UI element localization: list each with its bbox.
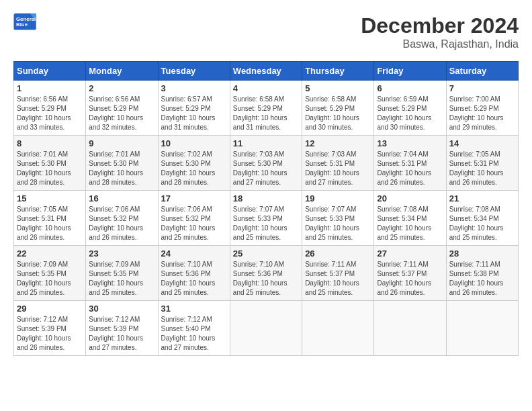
day-number: 7 [449,83,515,93]
day-info: Sunrise: 7:10 AM Sunset: 5:36 PM Dayligh… [233,260,299,298]
day-info: Sunrise: 7:11 AM Sunset: 5:37 PM Dayligh… [305,260,371,298]
day-number: 12 [305,138,371,148]
empty-cell [230,301,302,356]
day-cell-8: 8 Sunrise: 7:01 AM Sunset: 5:30 PM Dayli… [14,136,86,191]
calendar-header-row: SundayMondayTuesdayWednesdayThursdayFrid… [14,62,519,81]
weekday-header-tuesday: Tuesday [158,62,230,81]
day-cell-6: 6 Sunrise: 6:59 AM Sunset: 5:29 PM Dayli… [374,81,446,136]
weekday-header-wednesday: Wednesday [230,62,302,81]
day-cell-31: 31 Sunrise: 7:12 AM Sunset: 5:40 PM Dayl… [158,301,230,356]
day-info: Sunrise: 6:56 AM Sunset: 5:29 PM Dayligh… [89,95,154,132]
day-number: 10 [161,138,227,148]
day-cell-14: 14 Sunrise: 7:05 AM Sunset: 5:31 PM Dayl… [446,136,518,191]
day-info: Sunrise: 7:08 AM Sunset: 5:34 PM Dayligh… [449,205,515,242]
day-info: Sunrise: 7:01 AM Sunset: 5:30 PM Dayligh… [89,150,154,187]
day-cell-3: 3 Sunrise: 6:57 AM Sunset: 5:29 PM Dayli… [158,81,230,136]
day-info: Sunrise: 7:06 AM Sunset: 5:32 PM Dayligh… [161,205,227,242]
day-info: Sunrise: 7:01 AM Sunset: 5:30 PM Dayligh… [17,150,83,187]
day-info: Sunrise: 7:08 AM Sunset: 5:34 PM Dayligh… [377,205,443,242]
calendar-week-2: 8 Sunrise: 7:01 AM Sunset: 5:30 PM Dayli… [14,136,519,191]
day-cell-28: 28 Sunrise: 7:11 AM Sunset: 5:38 PM Dayl… [446,246,518,301]
day-cell-26: 26 Sunrise: 7:11 AM Sunset: 5:37 PM Dayl… [302,246,374,301]
day-number: 3 [161,83,227,93]
day-info: Sunrise: 6:56 AM Sunset: 5:29 PM Dayligh… [17,95,83,132]
day-number: 5 [305,83,371,93]
day-cell-22: 22 Sunrise: 7:09 AM Sunset: 5:35 PM Dayl… [14,246,86,301]
day-number: 13 [377,138,443,148]
calendar-week-4: 22 Sunrise: 7:09 AM Sunset: 5:35 PM Dayl… [14,246,519,301]
day-cell-13: 13 Sunrise: 7:04 AM Sunset: 5:31 PM Dayl… [374,136,446,191]
day-cell-11: 11 Sunrise: 7:03 AM Sunset: 5:30 PM Dayl… [230,136,302,191]
day-number: 1 [17,83,83,93]
day-number: 16 [89,193,154,203]
day-info: Sunrise: 7:10 AM Sunset: 5:36 PM Dayligh… [161,260,227,298]
day-info: Sunrise: 7:05 AM Sunset: 5:31 PM Dayligh… [17,205,83,242]
day-number: 23 [89,248,154,259]
day-number: 4 [233,83,299,93]
day-number: 14 [449,138,515,148]
day-number: 30 [89,304,154,314]
day-cell-27: 27 Sunrise: 7:11 AM Sunset: 5:37 PM Dayl… [374,246,446,301]
day-cell-24: 24 Sunrise: 7:10 AM Sunset: 5:36 PM Dayl… [158,246,230,301]
day-cell-5: 5 Sunrise: 6:58 AM Sunset: 5:29 PM Dayli… [302,81,374,136]
weekday-header-friday: Friday [374,62,446,81]
day-info: Sunrise: 7:12 AM Sunset: 5:39 PM Dayligh… [17,315,83,353]
day-info: Sunrise: 6:58 AM Sunset: 5:29 PM Dayligh… [305,95,371,132]
logo: General Blue [13,13,38,32]
day-info: Sunrise: 7:07 AM Sunset: 5:33 PM Dayligh… [233,205,299,242]
weekday-header-monday: Monday [86,62,158,81]
day-info: Sunrise: 7:03 AM Sunset: 5:31 PM Dayligh… [305,150,371,187]
day-info: Sunrise: 6:58 AM Sunset: 5:29 PM Dayligh… [233,95,299,132]
day-number: 28 [449,248,515,259]
day-cell-10: 10 Sunrise: 7:02 AM Sunset: 5:30 PM Dayl… [158,136,230,191]
logo-icon: General Blue [13,13,38,32]
day-number: 19 [305,193,371,203]
day-cell-12: 12 Sunrise: 7:03 AM Sunset: 5:31 PM Dayl… [302,136,374,191]
weekday-header-saturday: Saturday [446,62,518,81]
empty-cell [374,301,446,356]
day-info: Sunrise: 7:07 AM Sunset: 5:33 PM Dayligh… [305,205,371,242]
calendar-week-3: 15 Sunrise: 7:05 AM Sunset: 5:31 PM Dayl… [14,191,519,246]
day-info: Sunrise: 7:12 AM Sunset: 5:40 PM Dayligh… [161,315,227,353]
day-number: 31 [161,304,227,314]
day-number: 22 [17,248,83,259]
page-header: General Blue December 2024 Baswa, Rajast… [13,13,519,50]
day-info: Sunrise: 7:09 AM Sunset: 5:35 PM Dayligh… [17,260,83,298]
day-cell-2: 2 Sunrise: 6:56 AM Sunset: 5:29 PM Dayli… [86,81,158,136]
day-info: Sunrise: 7:06 AM Sunset: 5:32 PM Dayligh… [89,205,154,242]
day-cell-4: 4 Sunrise: 6:58 AM Sunset: 5:29 PM Dayli… [230,81,302,136]
day-info: Sunrise: 7:05 AM Sunset: 5:31 PM Dayligh… [449,150,515,187]
empty-cell [302,301,374,356]
day-cell-23: 23 Sunrise: 7:09 AM Sunset: 5:35 PM Dayl… [86,246,158,301]
day-number: 26 [305,248,371,259]
day-info: Sunrise: 7:12 AM Sunset: 5:39 PM Dayligh… [89,315,154,353]
day-cell-20: 20 Sunrise: 7:08 AM Sunset: 5:34 PM Dayl… [374,191,446,246]
day-info: Sunrise: 7:02 AM Sunset: 5:30 PM Dayligh… [161,150,227,187]
month-title: December 2024 [361,13,519,38]
day-number: 6 [377,83,443,93]
empty-cell [446,301,518,356]
day-cell-9: 9 Sunrise: 7:01 AM Sunset: 5:30 PM Dayli… [86,136,158,191]
day-number: 17 [161,193,227,203]
day-cell-1: 1 Sunrise: 6:56 AM Sunset: 5:29 PM Dayli… [14,81,86,136]
calendar-week-5: 29 Sunrise: 7:12 AM Sunset: 5:39 PM Dayl… [14,301,519,356]
day-cell-15: 15 Sunrise: 7:05 AM Sunset: 5:31 PM Dayl… [14,191,86,246]
day-number: 15 [17,193,83,203]
svg-text:Blue: Blue [16,21,28,28]
day-info: Sunrise: 7:03 AM Sunset: 5:30 PM Dayligh… [233,150,299,187]
day-info: Sunrise: 6:59 AM Sunset: 5:29 PM Dayligh… [377,95,443,132]
day-number: 20 [377,193,443,203]
day-number: 11 [233,138,299,148]
day-number: 2 [89,83,154,93]
day-number: 25 [233,248,299,259]
day-cell-29: 29 Sunrise: 7:12 AM Sunset: 5:39 PM Dayl… [14,301,86,356]
weekday-header-sunday: Sunday [14,62,86,81]
day-number: 8 [17,138,83,148]
day-number: 27 [377,248,443,259]
day-cell-25: 25 Sunrise: 7:10 AM Sunset: 5:36 PM Dayl… [230,246,302,301]
day-cell-30: 30 Sunrise: 7:12 AM Sunset: 5:39 PM Dayl… [86,301,158,356]
day-info: Sunrise: 7:00 AM Sunset: 5:29 PM Dayligh… [449,95,515,132]
day-number: 24 [161,248,227,259]
calendar-body: 1 Sunrise: 6:56 AM Sunset: 5:29 PM Dayli… [14,81,519,356]
location: Baswa, Rajasthan, India [361,38,519,50]
